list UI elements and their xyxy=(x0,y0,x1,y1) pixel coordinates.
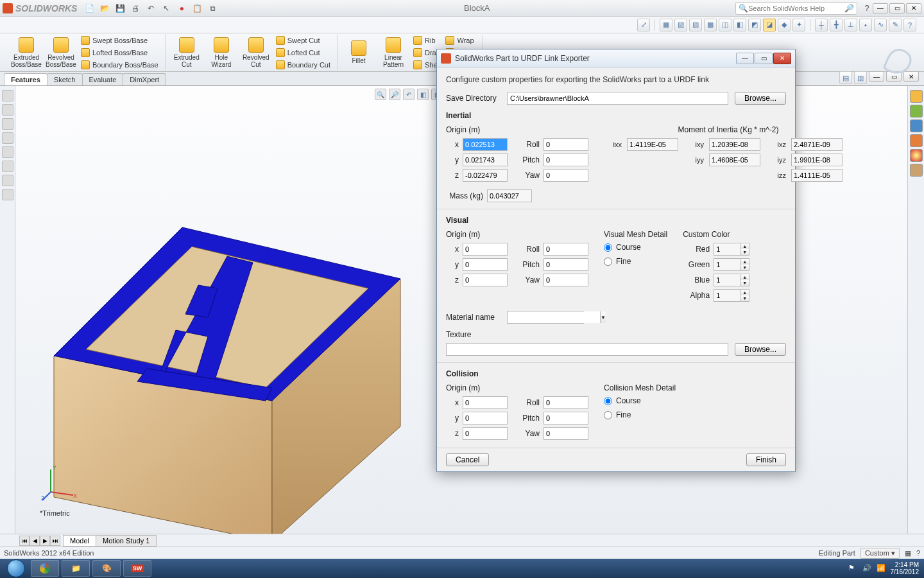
tab-first[interactable]: ⏮ xyxy=(19,536,30,546)
close-button[interactable]: ✕ xyxy=(906,3,921,13)
green-spinner[interactable]: ▲▼ xyxy=(714,258,749,271)
lofted-boss-button[interactable]: Lofted Boss/Base xyxy=(81,47,158,58)
status-units-button[interactable]: Custom ▾ xyxy=(860,548,900,559)
dialog-maximize-button[interactable]: ▭ xyxy=(755,53,773,64)
visual-y-input[interactable] xyxy=(463,258,508,271)
iyy-input[interactable] xyxy=(709,153,760,166)
taskpane-view-icon[interactable] xyxy=(910,134,923,147)
select-icon[interactable]: ↖ xyxy=(160,3,172,14)
view-shadow-icon[interactable]: ◪ xyxy=(763,19,776,31)
texture-input[interactable] xyxy=(446,343,728,356)
izz-input[interactable] xyxy=(791,169,843,182)
rib-button[interactable]: Rib xyxy=(413,35,440,46)
lpal-4[interactable] xyxy=(2,132,13,144)
view-orient-icon[interactable]: ⤢ xyxy=(637,19,650,31)
collision-pitch-input[interactable] xyxy=(543,412,588,425)
linear-pattern-button[interactable]: Linear Pattern xyxy=(376,37,411,68)
search-input[interactable] xyxy=(748,4,844,12)
extruded-cut-button[interactable]: Extruded Cut xyxy=(169,37,204,68)
restore-button[interactable]: ▭ xyxy=(889,3,905,13)
taskbar-paint[interactable]: 🎨 xyxy=(92,560,121,577)
save-dir-input[interactable] xyxy=(507,92,728,105)
view-shadededge-icon[interactable]: ◫ xyxy=(719,19,732,31)
collision-z-input[interactable] xyxy=(463,427,508,440)
revolved-cut-button[interactable]: Revolved Cut xyxy=(239,37,273,68)
undo-icon[interactable]: ↶ xyxy=(145,3,157,14)
lpal-7[interactable] xyxy=(2,175,13,186)
collision-course-radio[interactable] xyxy=(604,397,612,405)
visual-fine-radio[interactable] xyxy=(604,258,612,266)
lpal-2[interactable] xyxy=(2,104,13,116)
print-icon[interactable]: 🖨 xyxy=(130,3,141,14)
wrap-button[interactable]: Wrap xyxy=(445,35,475,46)
swept-cut-button[interactable]: Swept Cut xyxy=(276,35,330,46)
tab-model[interactable]: Model xyxy=(63,535,96,547)
taskpane-explorer-icon[interactable] xyxy=(910,119,923,132)
zoom-area-icon[interactable]: 🔎 xyxy=(389,89,400,100)
browse-save-button[interactable]: Browse... xyxy=(735,92,786,105)
section-icon[interactable]: ◧ xyxy=(417,89,429,100)
collision-roll-input[interactable] xyxy=(543,396,588,409)
collision-fine-radio[interactable] xyxy=(604,411,612,419)
tab-prev[interactable]: ◀ xyxy=(30,536,40,546)
dialog-titlebar[interactable]: SolidWorks Part to URDF Link Exporter — … xyxy=(437,49,795,67)
panel-ico2[interactable]: ▥ xyxy=(854,71,867,84)
dialog-close-button[interactable]: ✕ xyxy=(773,53,791,64)
view-help-icon[interactable]: ? xyxy=(903,19,916,31)
prev-view-icon[interactable]: ↶ xyxy=(403,89,415,100)
inertial-roll-input[interactable] xyxy=(543,138,588,151)
material-combo[interactable]: ▼ xyxy=(507,311,584,324)
view-hlr-icon[interactable]: ▨ xyxy=(689,19,702,31)
boundary-cut-button[interactable]: Boundary Cut xyxy=(276,59,330,70)
mass-input[interactable] xyxy=(487,189,532,202)
view-curve-icon[interactable]: ∿ xyxy=(874,19,887,31)
tray-clock[interactable]: 2:14 PM 7/16/2012 xyxy=(891,561,920,575)
visual-z-input[interactable] xyxy=(463,274,508,286)
lpal-6[interactable] xyxy=(2,161,13,172)
swept-boss-button[interactable]: Swept Boss/Base xyxy=(81,35,158,46)
visual-pitch-input[interactable] xyxy=(543,258,588,271)
options-icon[interactable]: 📋 xyxy=(191,3,203,14)
visual-yaw-input[interactable] xyxy=(543,274,588,286)
tab-dimxpert[interactable]: DimXpert xyxy=(123,73,166,85)
inertial-yaw-input[interactable] xyxy=(543,169,588,182)
new-icon[interactable]: 📄 xyxy=(83,3,95,14)
save-icon[interactable]: 💾 xyxy=(114,3,126,14)
view-wire-icon[interactable]: ▦ xyxy=(660,19,672,31)
search-go-icon[interactable]: 🔎 xyxy=(844,4,854,13)
open-icon[interactable]: 📂 xyxy=(99,3,110,14)
taskbar-explorer[interactable]: 📁 xyxy=(62,560,90,577)
boundary-boss-button[interactable]: Boundary Boss/Base xyxy=(81,59,158,70)
view-sketch-icon[interactable]: ✎ xyxy=(889,19,902,31)
ixz-input[interactable] xyxy=(791,138,843,151)
tab-motion-study[interactable]: Motion Study 1 xyxy=(96,535,157,547)
collision-y-input[interactable] xyxy=(463,412,508,425)
collision-yaw-input[interactable] xyxy=(543,427,588,440)
red-spinner[interactable]: ▲▼ xyxy=(714,243,749,256)
visual-x-input[interactable] xyxy=(463,243,508,256)
finish-button[interactable]: Finish xyxy=(746,453,786,466)
alpha-spinner[interactable]: ▲▼ xyxy=(714,289,749,302)
view-realview-icon[interactable]: ◆ xyxy=(778,19,791,31)
hole-wizard-button[interactable]: Hole Wizard xyxy=(204,37,239,68)
tab-last[interactable]: ⏭ xyxy=(50,536,60,546)
visual-roll-input[interactable] xyxy=(543,243,588,256)
prop-icon[interactable]: ⧉ xyxy=(207,3,218,14)
inertial-y-input[interactable] xyxy=(463,153,508,166)
view-amb-icon[interactable]: ✦ xyxy=(792,19,805,31)
start-button[interactable] xyxy=(4,559,28,578)
status-ico2[interactable]: ? xyxy=(916,549,920,557)
tab-sketch[interactable]: Sketch xyxy=(47,73,83,85)
rebuild-icon[interactable]: ● xyxy=(176,3,187,14)
lpal-8[interactable] xyxy=(2,189,13,200)
browse-texture-button[interactable]: Browse... xyxy=(735,343,786,356)
cancel-button[interactable]: Cancel xyxy=(446,453,489,466)
tray-vol-icon[interactable]: 📶 xyxy=(877,564,886,573)
dialog-minimize-button[interactable]: — xyxy=(736,53,754,64)
inertial-pitch-input[interactable] xyxy=(543,153,588,166)
minimize-button[interactable]: — xyxy=(873,3,888,13)
collision-x-input[interactable] xyxy=(463,396,508,409)
ixx-input[interactable] xyxy=(627,138,678,151)
panel-ico1[interactable]: ▤ xyxy=(839,71,852,84)
ixy-input[interactable] xyxy=(709,138,760,151)
